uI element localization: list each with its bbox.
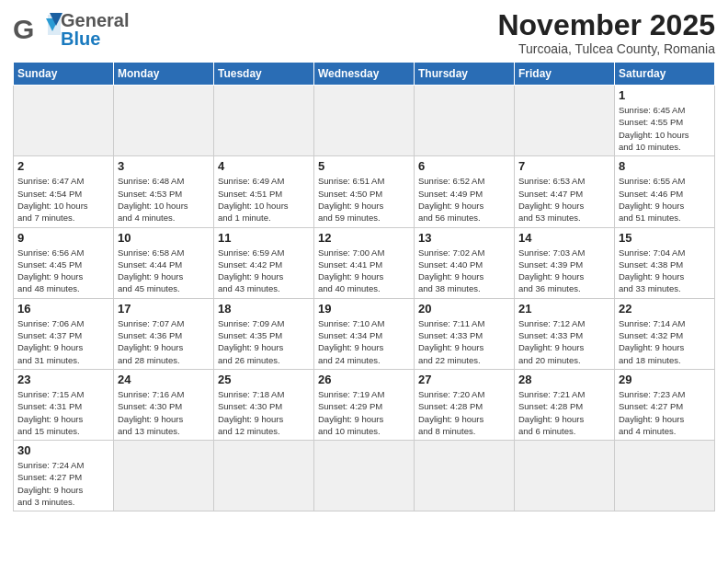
day-info: Sunrise: 7:00 AM Sunset: 4:41 PM Dayligh… [318,247,410,295]
calendar-cell [415,86,515,156]
header-monday: Monday [114,63,214,86]
day-info: Sunrise: 6:52 AM Sunset: 4:49 PM Dayligh… [418,175,510,224]
calendar-cell [515,441,615,511]
calendar-cell: 14Sunrise: 7:03 AM Sunset: 4:39 PM Dayli… [515,227,615,298]
page: G General Blue November 2025 Turcoaia, T… [0,0,728,521]
calendar-cell: 7Sunrise: 6:53 AM Sunset: 4:47 PM Daylig… [515,156,615,227]
day-number: 5 [318,159,410,173]
calendar-cell: 24Sunrise: 7:16 AM Sunset: 4:30 PM Dayli… [114,369,214,440]
day-number: 1 [619,88,711,102]
calendar-cell [415,441,515,511]
day-number: 19 [318,302,410,316]
calendar-cell: 1Sunrise: 6:45 AM Sunset: 4:55 PM Daylig… [615,86,715,156]
day-info: Sunrise: 7:03 AM Sunset: 4:39 PM Dayligh… [518,247,610,295]
calendar-cell: 13Sunrise: 7:02 AM Sunset: 4:40 PM Dayli… [415,227,515,298]
day-number: 22 [619,302,711,316]
header: G General Blue November 2025 Turcoaia, T… [13,9,715,56]
calendar-table: Sunday Monday Tuesday Wednesday Thursday… [13,62,715,511]
day-number: 15 [619,231,711,245]
month-title: November 2025 [497,9,715,41]
day-info: Sunrise: 7:19 AM Sunset: 4:29 PM Dayligh… [318,388,410,437]
day-info: Sunrise: 7:20 AM Sunset: 4:28 PM Dayligh… [418,388,510,437]
day-number: 30 [17,443,109,457]
day-number: 12 [318,231,410,245]
calendar-cell: 3Sunrise: 6:48 AM Sunset: 4:53 PM Daylig… [114,156,214,227]
calendar-cell: 9Sunrise: 6:56 AM Sunset: 4:45 PM Daylig… [14,227,114,298]
calendar-cell: 15Sunrise: 7:04 AM Sunset: 4:38 PM Dayli… [615,227,715,298]
header-friday: Friday [515,63,615,86]
calendar-row: 9Sunrise: 6:56 AM Sunset: 4:45 PM Daylig… [14,227,715,298]
day-number: 23 [17,373,109,386]
day-info: Sunrise: 6:56 AM Sunset: 4:45 PM Dayligh… [17,247,109,295]
calendar-cell [515,86,615,156]
calendar-cell: 29Sunrise: 7:23 AM Sunset: 4:27 PM Dayli… [615,369,715,440]
day-info: Sunrise: 7:09 AM Sunset: 4:35 PM Dayligh… [218,317,310,366]
day-number: 13 [418,231,510,245]
day-info: Sunrise: 7:04 AM Sunset: 4:38 PM Dayligh… [619,247,711,295]
calendar-cell: 4Sunrise: 6:49 AM Sunset: 4:51 PM Daylig… [214,156,314,227]
day-info: Sunrise: 6:45 AM Sunset: 4:55 PM Dayligh… [619,104,711,153]
calendar-cell: 19Sunrise: 7:10 AM Sunset: 4:34 PM Dayli… [314,298,415,369]
calendar-cell: 16Sunrise: 7:06 AM Sunset: 4:37 PM Dayli… [14,298,114,369]
calendar-row: 30Sunrise: 7:24 AM Sunset: 4:27 PM Dayli… [14,441,715,511]
title-area: November 2025 Turcoaia, Tulcea County, R… [497,9,715,56]
calendar-cell: 21Sunrise: 7:12 AM Sunset: 4:33 PM Dayli… [515,298,615,369]
header-sunday: Sunday [14,63,114,86]
calendar-cell: 10Sunrise: 6:58 AM Sunset: 4:44 PM Dayli… [114,227,214,298]
logo-text-area: General Blue [61,11,129,48]
day-number: 3 [118,159,210,173]
day-info: Sunrise: 6:49 AM Sunset: 4:51 PM Dayligh… [218,175,310,224]
day-info: Sunrise: 6:55 AM Sunset: 4:46 PM Dayligh… [619,175,711,224]
day-info: Sunrise: 7:21 AM Sunset: 4:28 PM Dayligh… [518,388,610,437]
day-info: Sunrise: 7:12 AM Sunset: 4:33 PM Dayligh… [518,317,610,366]
logo-general-text: General [61,11,129,29]
day-info: Sunrise: 7:18 AM Sunset: 4:30 PM Dayligh… [218,388,310,437]
day-info: Sunrise: 7:24 AM Sunset: 4:27 PM Dayligh… [17,459,109,508]
day-number: 28 [518,373,610,386]
calendar-cell: 27Sunrise: 7:20 AM Sunset: 4:28 PM Dayli… [415,369,515,440]
calendar-cell [314,441,415,511]
calendar-cell [114,441,214,511]
day-info: Sunrise: 6:48 AM Sunset: 4:53 PM Dayligh… [118,175,210,224]
calendar-row: 23Sunrise: 7:15 AM Sunset: 4:31 PM Dayli… [14,369,715,440]
logo-svg: G [13,9,68,50]
day-number: 11 [218,231,310,245]
calendar-cell: 23Sunrise: 7:15 AM Sunset: 4:31 PM Dayli… [14,369,114,440]
header-wednesday: Wednesday [314,63,415,86]
calendar-cell: 26Sunrise: 7:19 AM Sunset: 4:29 PM Dayli… [314,369,415,440]
day-info: Sunrise: 7:23 AM Sunset: 4:27 PM Dayligh… [619,388,711,437]
logo-blue-text: Blue [61,29,129,48]
day-number: 14 [518,231,610,245]
day-number: 25 [218,373,310,386]
day-number: 9 [17,231,109,245]
calendar-cell: 28Sunrise: 7:21 AM Sunset: 4:28 PM Dayli… [515,369,615,440]
day-number: 27 [418,373,510,386]
calendar-cell: 5Sunrise: 6:51 AM Sunset: 4:50 PM Daylig… [314,156,415,227]
header-tuesday: Tuesday [214,63,314,86]
header-saturday: Saturday [615,63,715,86]
day-info: Sunrise: 6:59 AM Sunset: 4:42 PM Dayligh… [218,247,310,295]
calendar-cell [14,86,114,156]
day-number: 10 [118,231,210,245]
day-number: 16 [17,302,109,316]
day-number: 24 [118,373,210,386]
calendar-row: 16Sunrise: 7:06 AM Sunset: 4:37 PM Dayli… [14,298,715,369]
weekday-header-row: Sunday Monday Tuesday Wednesday Thursday… [14,63,715,86]
day-info: Sunrise: 6:58 AM Sunset: 4:44 PM Dayligh… [118,247,210,295]
calendar-cell: 2Sunrise: 6:47 AM Sunset: 4:54 PM Daylig… [14,156,114,227]
logo-wrapper: G General Blue [13,9,129,50]
calendar-cell: 20Sunrise: 7:11 AM Sunset: 4:33 PM Dayli… [415,298,515,369]
day-number: 7 [518,159,610,173]
day-info: Sunrise: 7:14 AM Sunset: 4:32 PM Dayligh… [619,317,711,366]
calendar-cell [615,441,715,511]
logo-area: G General Blue [13,9,129,50]
day-info: Sunrise: 7:15 AM Sunset: 4:31 PM Dayligh… [17,388,109,437]
day-number: 2 [17,159,109,173]
calendar-row: 1Sunrise: 6:45 AM Sunset: 4:55 PM Daylig… [14,86,715,156]
calendar-cell: 18Sunrise: 7:09 AM Sunset: 4:35 PM Dayli… [214,298,314,369]
day-info: Sunrise: 7:02 AM Sunset: 4:40 PM Dayligh… [418,247,510,295]
day-number: 6 [418,159,510,173]
calendar-cell: 12Sunrise: 7:00 AM Sunset: 4:41 PM Dayli… [314,227,415,298]
day-info: Sunrise: 7:16 AM Sunset: 4:30 PM Dayligh… [118,388,210,437]
calendar-header: Sunday Monday Tuesday Wednesday Thursday… [14,63,715,86]
